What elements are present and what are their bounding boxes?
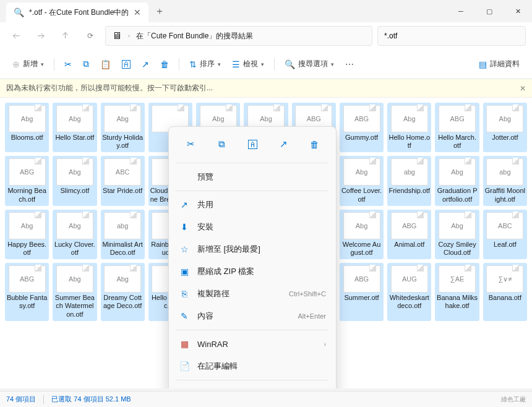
file-item[interactable]: ABGHello March.otf bbox=[435, 103, 479, 152]
file-item[interactable]: AbgBlooms.otf bbox=[5, 103, 49, 152]
file-item[interactable]: AbgHello Star.otf bbox=[53, 103, 97, 152]
rename-button[interactable]: 🄰 bbox=[118, 54, 134, 74]
ctx-copy-icon[interactable]: ⧉ bbox=[212, 134, 231, 154]
file-label: Whitedeskartdeco.otf bbox=[388, 294, 430, 310]
file-item[interactable]: ABGAnimal.otf bbox=[387, 210, 431, 259]
file-item[interactable]: AbgHello Home.otf bbox=[387, 103, 431, 152]
details-pane-button[interactable]: ▤ 詳細資料 bbox=[475, 54, 523, 74]
new-button[interactable]: ⊕ 新增 ▾ bbox=[9, 54, 48, 74]
file-item[interactable]: ABCStar Pride.otf bbox=[101, 156, 145, 205]
ctx-add-favorite[interactable]: ☆新增至 [我的最愛] bbox=[173, 238, 332, 260]
font-thumb: Abg bbox=[104, 265, 141, 293]
file-item[interactable]: abgMinimalist Art Deco.otf bbox=[101, 210, 145, 259]
ctx-notepad[interactable]: 📄在記事編輯 bbox=[173, 355, 332, 377]
file-label: Sturdy Holiday.otf bbox=[102, 134, 144, 150]
back-button[interactable]: 🡠 bbox=[6, 26, 26, 46]
font-thumb: Abg bbox=[343, 158, 380, 186]
search-icon: 🔍 bbox=[14, 7, 24, 17]
file-item[interactable]: AbgWelcome August.otf bbox=[340, 210, 384, 259]
ctx-share-icon[interactable]: ↗ bbox=[273, 134, 293, 154]
file-item[interactable]: AbgHappy Bees.otf bbox=[5, 210, 49, 259]
file-item[interactable]: ABGSummer.otf bbox=[340, 263, 384, 321]
font-thumb: ABG bbox=[439, 105, 476, 132]
refresh-button[interactable]: ⟳ bbox=[80, 26, 100, 46]
view-button[interactable]: ☰ 檢視 ▾ bbox=[228, 54, 268, 74]
font-thumb: Abg bbox=[439, 212, 476, 239]
file-item[interactable]: AbgDreamy Cottage Deco.otf bbox=[101, 263, 145, 321]
file-item[interactable]: AbgSlimcy.otf bbox=[53, 156, 97, 205]
file-item[interactable]: AbgSturdy Holiday.otf bbox=[101, 103, 145, 152]
file-item[interactable]: AbgLucky Clover.otf bbox=[53, 210, 97, 259]
sort-button[interactable]: ⇅ 排序 ▾ bbox=[186, 54, 225, 74]
ctx-cut-icon[interactable]: ✂ bbox=[181, 134, 200, 154]
font-thumb: ABC bbox=[486, 212, 523, 239]
file-item[interactable]: AbgSummer Beach Watermelon.otf bbox=[53, 263, 97, 321]
file-label: Minimalist Art Deco.otf bbox=[102, 241, 144, 257]
breadcrumb[interactable]: 🖥 › 在「Cute Font Bundle」的搜尋結果 bbox=[105, 26, 372, 46]
font-thumb: Abg bbox=[56, 105, 93, 132]
window-tab[interactable]: 🔍 *.otf - 在Cute Font Bundle中的 ✕ bbox=[6, 2, 148, 22]
file-label: Bubble Fantasy.otf bbox=[6, 294, 48, 310]
new-tab-button[interactable]: ＋ bbox=[155, 5, 165, 18]
watermark: 綠色工廠 bbox=[501, 395, 526, 404]
ctx-rename-icon[interactable]: 🄰 bbox=[242, 134, 262, 154]
file-item[interactable]: AbgJotter.otf bbox=[483, 103, 527, 152]
address-bar: 🡠 🡢 🡡 ⟳ 🖥 › 在「Cute Font Bundle」的搜尋結果 bbox=[0, 22, 532, 49]
file-label: Morning Beach.otf bbox=[6, 187, 48, 203]
file-label: Blooms.otf bbox=[11, 134, 43, 142]
font-thumb: ABC bbox=[104, 158, 141, 186]
cut-button[interactable]: ✂ bbox=[61, 54, 75, 74]
font-thumb: ABG bbox=[9, 158, 46, 186]
file-item[interactable]: AUGWhitedeskartdeco.otf bbox=[387, 263, 431, 321]
file-item[interactable]: abgFriendship.otf bbox=[387, 156, 431, 205]
maximize-button[interactable]: ▢ bbox=[475, 1, 504, 21]
ctx-share[interactable]: ↗共用 bbox=[173, 194, 332, 216]
up-button[interactable]: 🡡 bbox=[56, 26, 75, 46]
file-item[interactable]: ABGBubble Fantasy.otf bbox=[5, 263, 49, 321]
ctx-preview[interactable]: 預覽 bbox=[173, 166, 332, 188]
file-item[interactable]: ABCLeaf.otf bbox=[483, 210, 527, 259]
minimize-button[interactable]: ─ bbox=[447, 1, 475, 21]
status-count: 74 個項目 bbox=[6, 395, 36, 404]
font-thumb: abg bbox=[104, 212, 141, 239]
ctx-copy-path[interactable]: ⎘複製路徑Ctrl+Shift+C bbox=[173, 283, 332, 305]
ctx-install[interactable]: ⬇安裝 bbox=[173, 216, 332, 238]
file-item[interactable]: ∑AEBanana Milkshake.otf bbox=[435, 263, 479, 321]
forward-button[interactable]: 🡢 bbox=[31, 26, 51, 46]
file-item[interactable]: AbgGraduation Portfolio.otf bbox=[435, 156, 479, 205]
ctx-show-more[interactable]: ⊞顯示其儀項 bbox=[173, 383, 332, 388]
file-item[interactable]: AbgCozy Smiley Cloud.otf bbox=[435, 210, 479, 259]
search-input[interactable] bbox=[384, 32, 519, 40]
close-button[interactable]: ✕ bbox=[504, 1, 532, 21]
more-button[interactable]: ⋯ bbox=[341, 54, 358, 74]
chevron-right-icon: › bbox=[128, 33, 130, 39]
copy-button[interactable]: ⧉ bbox=[79, 54, 93, 74]
search-options-button[interactable]: 🔍 搜尋選項 ▾ bbox=[281, 54, 338, 74]
tab-close-icon[interactable]: ✕ bbox=[134, 7, 141, 17]
info-text: 因為未執行索引功能，所以搜尋可能較慢。按一下可啟動索引... bbox=[6, 83, 213, 93]
file-label: Dreamy Cottage Deco.otf bbox=[102, 294, 144, 310]
share-button[interactable]: ↗ bbox=[138, 54, 153, 74]
font-thumb: AUG bbox=[391, 265, 428, 293]
content-area: AbgBlooms.otfAbgHello Star.otfAbgSturdy … bbox=[0, 98, 532, 388]
file-label: Leaf.otf bbox=[494, 241, 517, 249]
file-item[interactable]: ABGMorning Beach.otf bbox=[5, 156, 49, 205]
file-item[interactable]: ∑∨≠Banana.otf bbox=[483, 263, 527, 321]
font-thumb: ABG bbox=[9, 265, 46, 293]
ctx-zip[interactable]: ▣壓縮成 ZIP 檔案 bbox=[173, 260, 332, 283]
file-label: Cozy Smiley Cloud.otf bbox=[436, 241, 478, 257]
file-item[interactable]: AbgCoffee Lover.otf bbox=[340, 156, 384, 205]
file-item[interactable]: ABGGummy.otf bbox=[340, 103, 384, 152]
context-menu: ✂ ⧉ 🄰 ↗ 🗑 預覽 ↗共用 ⬇安裝 ☆新增至 [我的最愛] ▣壓縮成 ZI… bbox=[168, 126, 337, 388]
infobar-close-icon[interactable]: ✕ bbox=[520, 84, 526, 93]
file-label: Jotter.otf bbox=[492, 134, 518, 142]
file-item[interactable]: abgGraffiti Moonlight.otf bbox=[483, 156, 527, 205]
ctx-winrar[interactable]: ▦WinRAR› bbox=[173, 333, 332, 355]
info-bar[interactable]: 因為未執行索引功能，所以搜尋可能較慢。按一下可啟動索引... ✕ bbox=[0, 79, 532, 98]
delete-button[interactable]: 🗑 bbox=[157, 54, 173, 74]
ctx-properties[interactable]: ✎內容Alt+Enter bbox=[173, 305, 332, 327]
paste-button[interactable]: 📋 bbox=[97, 54, 114, 74]
search-box[interactable] bbox=[377, 26, 526, 46]
file-label: Happy Bees.otf bbox=[6, 241, 48, 257]
ctx-delete-icon[interactable]: 🗑 bbox=[304, 134, 324, 154]
